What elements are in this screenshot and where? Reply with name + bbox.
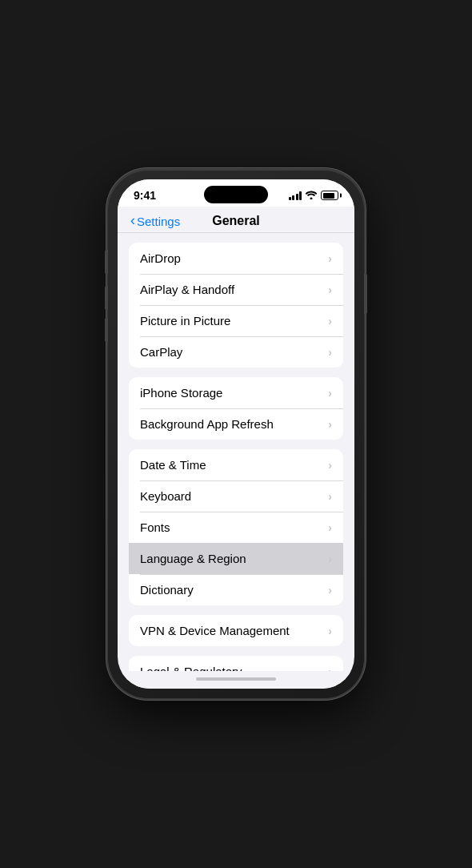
- settings-row-keyboard[interactable]: Keyboard›: [129, 480, 343, 512]
- settings-row-vpn-device-mgmt[interactable]: VPN & Device Management›: [129, 615, 343, 646]
- chevron-right-icon: ›: [328, 283, 332, 296]
- settings-row-date-time[interactable]: Date & Time›: [129, 449, 343, 480]
- settings-group-group-vpn: VPN & Device Management›: [118, 615, 354, 646]
- home-indicator: [118, 671, 354, 689]
- settings-card-group-legal: Legal & Regulatory›: [129, 656, 343, 671]
- settings-label-fonts: Fonts: [140, 520, 170, 534]
- settings-label-background-app-refresh: Background App Refresh: [140, 417, 274, 431]
- settings-card-group-connectivity: AirDrop›AirPlay & Handoff›Picture in Pic…: [129, 243, 343, 368]
- phone-frame: 9:41 ‹: [108, 170, 364, 698]
- chevron-right-icon: ›: [328, 665, 332, 672]
- settings-row-airplay-handoff[interactable]: AirPlay & Handoff›: [129, 274, 343, 305]
- settings-row-iphone-storage[interactable]: iPhone Storage›: [129, 377, 343, 408]
- settings-label-carplay: CarPlay: [140, 345, 182, 359]
- signal-icon: [289, 191, 302, 200]
- settings-content: AirDrop›AirPlay & Handoff›Picture in Pic…: [118, 233, 354, 671]
- settings-group-group-legal: Legal & Regulatory›: [118, 656, 354, 671]
- dynamic-island: [204, 186, 268, 203]
- settings-row-background-app-refresh[interactable]: Background App Refresh›: [129, 408, 343, 440]
- phone-screen: 9:41 ‹: [118, 179, 354, 689]
- chevron-right-icon: ›: [328, 459, 332, 472]
- settings-row-language-region[interactable]: Language & Region›: [129, 543, 343, 574]
- settings-row-legal-regulatory[interactable]: Legal & Regulatory›: [129, 656, 343, 671]
- settings-card-group-vpn: VPN & Device Management›: [129, 615, 343, 646]
- settings-row-dictionary[interactable]: Dictionary›: [129, 574, 343, 605]
- chevron-right-icon: ›: [328, 346, 332, 359]
- settings-label-iphone-storage: iPhone Storage: [140, 386, 222, 400]
- settings-group-group-connectivity: AirDrop›AirPlay & Handoff›Picture in Pic…: [118, 243, 354, 368]
- chevron-right-icon: ›: [328, 553, 332, 565]
- settings-card-group-language: Date & Time›Keyboard›Fonts›Language & Re…: [129, 449, 343, 605]
- settings-label-keyboard: Keyboard: [140, 489, 191, 503]
- nav-bar: ‹ Settings General: [118, 207, 354, 233]
- status-bar: 9:41: [118, 179, 354, 207]
- settings-label-dictionary: Dictionary: [140, 583, 194, 597]
- settings-label-vpn-device-mgmt: VPN & Device Management: [140, 624, 290, 637]
- settings-label-airdrop: AirDrop: [140, 251, 181, 265]
- chevron-right-icon: ›: [328, 490, 332, 503]
- chevron-right-icon: ›: [328, 625, 332, 637]
- status-icons: [289, 190, 339, 202]
- settings-group-group-language: Date & Time›Keyboard›Fonts›Language & Re…: [118, 449, 354, 605]
- home-bar: [196, 677, 276, 681]
- settings-label-airplay-handoff: AirPlay & Handoff: [140, 283, 234, 296]
- back-button[interactable]: ‹ Settings: [130, 213, 180, 229]
- status-time: 9:41: [134, 189, 156, 202]
- battery-icon: [321, 191, 338, 200]
- settings-row-carplay[interactable]: CarPlay›: [129, 336, 343, 368]
- chevron-right-icon: ›: [328, 584, 332, 597]
- chevron-right-icon: ›: [328, 521, 332, 534]
- settings-group-group-storage: iPhone Storage›Background App Refresh›: [118, 377, 354, 440]
- settings-label-date-time: Date & Time: [140, 458, 206, 472]
- settings-label-legal-regulatory: Legal & Regulatory: [140, 665, 242, 671]
- chevron-right-icon: ›: [328, 387, 332, 400]
- settings-row-picture-in-picture[interactable]: Picture in Picture›: [129, 305, 343, 336]
- back-chevron-icon: ‹: [130, 212, 135, 229]
- settings-label-picture-in-picture: Picture in Picture: [140, 314, 230, 328]
- page-title: General: [212, 214, 260, 228]
- chevron-right-icon: ›: [328, 418, 332, 431]
- back-label: Settings: [137, 215, 180, 228]
- chevron-right-icon: ›: [328, 252, 332, 265]
- settings-row-airdrop[interactable]: AirDrop›: [129, 243, 343, 274]
- chevron-right-icon: ›: [328, 315, 332, 328]
- wifi-icon: [306, 190, 317, 202]
- settings-label-language-region: Language & Region: [140, 552, 246, 565]
- settings-row-fonts[interactable]: Fonts›: [129, 512, 343, 543]
- settings-card-group-storage: iPhone Storage›Background App Refresh›: [129, 377, 343, 440]
